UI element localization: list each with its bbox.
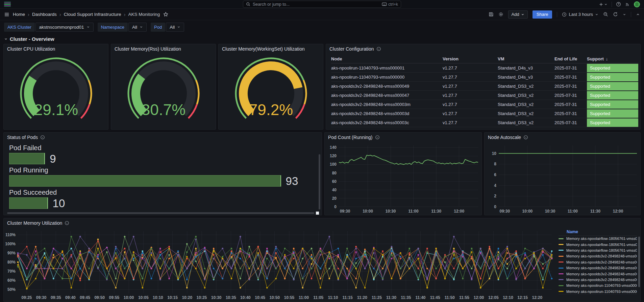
column-header-support[interactable]: Support↓: [587, 54, 638, 63]
favorite-star-icon[interactable]: [163, 12, 168, 17]
panel-header[interactable]: Cluster Memory(Rss) Utilization: [111, 44, 216, 54]
data-point: [213, 268, 215, 270]
legend-item[interactable]: Memory aks-npoolairflow-18056761-vmss000…: [559, 242, 637, 247]
panel-title: Pod Count (Running): [328, 135, 373, 140]
legend-item[interactable]: Memory aks-npoolds3v2-28498248-vmss00004…: [559, 271, 637, 277]
search-input[interactable]: [253, 2, 379, 7]
panel-header[interactable]: Status of Pods: [4, 133, 322, 142]
refresh-icon[interactable]: [613, 12, 618, 17]
panel-header[interactable]: Node Autoscale: [485, 133, 640, 142]
legend-swatch: [559, 244, 564, 245]
legend-item[interactable]: Memory aks-npoolds3v2-28498248-vmss00003…: [559, 259, 637, 265]
data-point: [177, 254, 179, 256]
column-header-node[interactable]: Node: [331, 54, 443, 63]
namespace-value: All: [132, 25, 137, 30]
namespace-select[interactable]: All: [128, 23, 147, 32]
collapse-toolbar-icon[interactable]: [636, 12, 640, 17]
legend-header-name[interactable]: Name: [559, 228, 637, 236]
scrollbar-thumb[interactable]: [316, 212, 319, 215]
data-point: [186, 256, 188, 257]
data-point: [79, 250, 81, 252]
zoom-out-time-icon[interactable]: [603, 12, 608, 17]
y-tick-label: 8: [494, 162, 496, 166]
data-point: [364, 249, 366, 250]
y-tick-label: 0: [334, 204, 337, 209]
legend-item[interactable]: Memory aks-npoolds3v2-28498248-vmss00003…: [559, 265, 637, 271]
memory-utilization-chart[interactable]: 50%60%70%80%90%100%110%09:2509:3009:3509…: [4, 228, 555, 301]
data-point: [213, 254, 215, 256]
data-point: [53, 278, 54, 279]
pod-count-chart[interactable]: 02040608010012014009:3010:0010:3011:0011…: [325, 142, 481, 215]
panel-header[interactable]: Cluster Configuration: [326, 44, 640, 54]
data-point: [435, 268, 437, 270]
x-tick-label: 10:20: [182, 295, 192, 300]
series-line: [18, 237, 552, 279]
vertical-scrollbar[interactable]: [319, 154, 320, 210]
column-header-version[interactable]: Version: [443, 54, 498, 63]
user-avatar[interactable]: [634, 1, 640, 7]
data-point: [79, 268, 81, 270]
data-point: [551, 250, 553, 252]
chevron-right-icon: ›: [28, 12, 29, 17]
data-point: [346, 256, 348, 257]
legend-swatch: [559, 268, 564, 269]
breadcrumb-item[interactable]: Cloud Support Infrastructure: [64, 12, 121, 17]
column-header-vm[interactable]: VM: [498, 54, 554, 63]
legend-item[interactable]: Memory aks-npoolds3v2-28498248-vmss00004…: [559, 277, 637, 283]
data-point: [453, 252, 455, 254]
legend-item[interactable]: Memory aks-npoolairflow-18056761-vmss000…: [559, 248, 637, 253]
data-point: [71, 278, 72, 279]
legend-swatch: [559, 238, 564, 239]
search-bar[interactable]: ctrl+k: [243, 1, 401, 8]
x-tick-label: 09:50: [94, 295, 105, 300]
x-tick-label: 11:35: [401, 295, 411, 300]
support-status-cell: Supported: [587, 100, 638, 109]
legend-item[interactable]: Memory aks-npoolirun-11040793-vmss000000: [559, 283, 637, 289]
breadcrumb-item[interactable]: Home: [13, 12, 25, 17]
data-point: [275, 258, 277, 259]
legend-label: Memory aks-npoolds3v2-28498248-vmss00003…: [566, 254, 637, 258]
add-button[interactable]: Add: [508, 10, 528, 19]
bar-row: 93: [9, 174, 313, 187]
data-point: [338, 248, 339, 249]
refresh-interval-dropdown[interactable]: [623, 13, 626, 16]
panel-header[interactable]: Pod Count (Running): [325, 133, 481, 142]
news-rss-button[interactable]: [625, 2, 630, 7]
save-dashboard-icon[interactable]: [489, 12, 494, 17]
node-autoscale-chart[interactable]: 024681009:3010:0010:3011:0011:3012:00: [485, 142, 640, 215]
x-tick-label: 11:50: [445, 295, 455, 300]
legend-item[interactable]: Memory aks-npoolairflow-18056761-vmss000…: [559, 236, 637, 242]
time-range-picker[interactable]: Last 3 hours: [562, 12, 598, 17]
horizontal-scrollbar[interactable]: [7, 212, 314, 214]
column-header-end-of-life[interactable]: End of Life: [554, 54, 587, 63]
aks-cluster-select[interactable]: akstnscommonprod01: [35, 23, 94, 32]
data-point: [462, 278, 464, 279]
panel-header[interactable]: Cluster Memory Utilization: [4, 218, 640, 228]
help-button[interactable]: [616, 2, 621, 7]
legend-item[interactable]: Memory aks-npoolirun-11040793-vmss000001: [559, 289, 637, 295]
dashboard-settings-icon[interactable]: [498, 12, 503, 17]
series-line: [18, 237, 552, 279]
share-button[interactable]: Share: [532, 10, 552, 19]
panel-header[interactable]: Cluster CPU Utilization: [4, 44, 108, 54]
grafana-logo[interactable]: [4, 2, 11, 7]
table-cell: Standard_DS3_v2: [498, 100, 554, 109]
data-point: [328, 268, 330, 270]
menu-toggle-button[interactable]: [4, 12, 9, 17]
legend-scrollbar[interactable]: [638, 237, 640, 287]
data-point: [480, 248, 481, 249]
panel-header[interactable]: Cluster Memory(WorkingSet) Utilization: [219, 44, 323, 54]
data-point: [44, 278, 46, 279]
table-row: aks-npoolds3v2-28498248-vmss00003mv1.27.…: [331, 100, 638, 109]
pod-select[interactable]: All: [166, 23, 184, 32]
row-cluster-overview[interactable]: Cluster - Overview: [0, 34, 644, 44]
x-tick-label: 12:05: [488, 295, 499, 300]
breadcrumb-item[interactable]: Dashboards: [32, 12, 57, 17]
data-point: [240, 248, 241, 249]
data-point: [106, 251, 108, 253]
table-cell: aks-npoolds3v2-28498248-vmss000049: [331, 82, 443, 90]
data-point: [302, 258, 303, 259]
legend-item[interactable]: Memory aks-npoolds3v2-28498248-vmss00003…: [559, 253, 637, 259]
new-menu-button[interactable]: [599, 2, 608, 7]
panel-cluster-cpu-utilization: Cluster CPU Utilization 29.1%: [3, 44, 108, 130]
